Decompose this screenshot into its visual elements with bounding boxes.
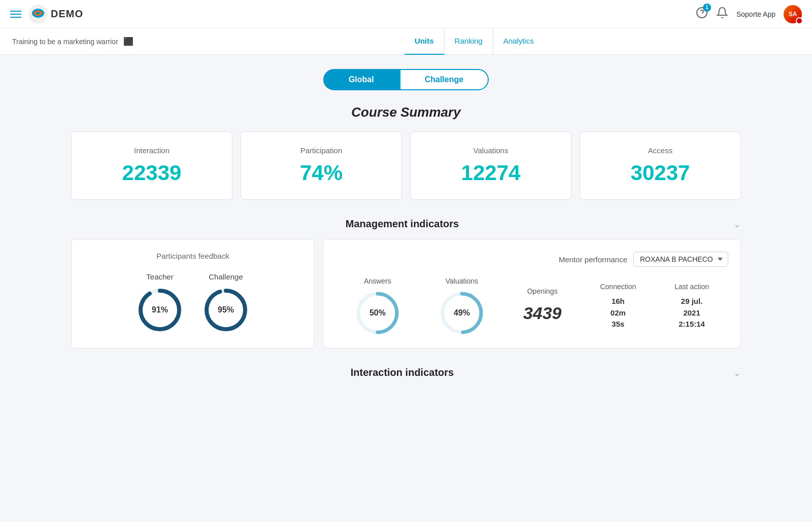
- openings-stat: Openings 3439: [523, 287, 562, 326]
- header-left: DEMO: [10, 5, 83, 24]
- access-card: Access 30237: [580, 131, 741, 200]
- mentor-valuations-label: Valuations: [446, 277, 478, 285]
- mentor-select[interactable]: ROXANA B PACHECO: [633, 252, 728, 267]
- hamburger-menu[interactable]: [10, 11, 21, 18]
- interaction-indicators-section: Interaction indicators ⌄: [71, 367, 741, 378]
- nav-tabs: Units Ranking Analytics: [404, 28, 544, 55]
- valuations-value: 12274: [421, 161, 561, 185]
- challenge-label: Challenge: [209, 272, 243, 281]
- challenge-circle-progress: 95%: [203, 287, 249, 333]
- logo-container: DEMO: [28, 5, 83, 24]
- tab-analytics[interactable]: Analytics: [493, 28, 544, 55]
- help-icon[interactable]: 1: [696, 7, 708, 22]
- teacher-feedback-item: Teacher 91%: [137, 272, 183, 333]
- help-badge: 1: [703, 4, 711, 12]
- mentor-stats: Answers 50% Valuations: [335, 277, 728, 336]
- header: DEMO 1 Soporte App SA: [0, 0, 812, 28]
- mentor-valuations-stat: Valuations 49%: [439, 277, 485, 336]
- avatar-status-badge: [796, 17, 803, 24]
- participation-label: Participation: [251, 146, 391, 155]
- user-name: Soporte App: [736, 10, 775, 18]
- teacher-percent-text: 91%: [152, 305, 168, 315]
- tab-units[interactable]: Units: [404, 28, 445, 55]
- tab-ranking[interactable]: Ranking: [445, 28, 493, 55]
- management-indicators-title: Management indicators: [71, 218, 733, 230]
- feedback-circles: Teacher 91% Challenge: [84, 272, 302, 333]
- mentor-header: Mentor performance ROXANA B PACHECO: [335, 252, 728, 267]
- challenge-percent-text: 95%: [218, 305, 234, 315]
- valuations-card: Valuations 12274: [410, 131, 571, 200]
- teacher-circle-progress: 91%: [137, 287, 183, 333]
- indicators-grid: Participants feedback Teacher 91% Ch: [71, 239, 741, 349]
- interaction-collapse-icon[interactable]: ⌄: [733, 367, 741, 378]
- interaction-indicators-title: Interaction indicators: [71, 367, 733, 378]
- teacher-label: Teacher: [146, 272, 173, 281]
- participants-feedback-card: Participants feedback Teacher 91% Ch: [71, 239, 315, 349]
- management-collapse-icon[interactable]: ⌄: [733, 219, 741, 230]
- last-action-stat: Last action 29 jul. 2021 2:15:14: [674, 283, 709, 330]
- challenge-toggle-button[interactable]: Challenge: [399, 69, 489, 90]
- screen-icon[interactable]: ⬛: [123, 37, 133, 46]
- breadcrumb: Training to be a marketing warrior: [12, 38, 118, 46]
- subnav: Training to be a marketing warrior ⬛ Uni…: [0, 28, 812, 55]
- valuations-label: Valuations: [421, 146, 561, 155]
- summary-cards: Interaction 22339 Participation 74% Valu…: [71, 131, 741, 200]
- openings-label: Openings: [527, 287, 558, 295]
- connection-label: Connection: [600, 283, 636, 291]
- interaction-value: 22339: [82, 161, 222, 185]
- participation-card: Participation 74%: [241, 131, 402, 200]
- valuations-value: 49%: [454, 308, 470, 318]
- global-toggle-button[interactable]: Global: [323, 69, 399, 90]
- answers-label: Answers: [364, 277, 391, 285]
- svg-point-3: [36, 12, 40, 14]
- management-indicators-header: Management indicators ⌄: [71, 218, 741, 230]
- logo-text: DEMO: [51, 8, 83, 20]
- course-summary-title: Course Summary: [71, 105, 741, 120]
- answers-stat: Answers 50%: [355, 277, 400, 336]
- last-action-label: Last action: [674, 283, 709, 291]
- access-value: 30237: [590, 161, 730, 185]
- mentor-performance-label: Mentor performance: [559, 255, 627, 264]
- header-right: 1 Soporte App SA: [696, 5, 802, 23]
- openings-value: 3439: [523, 300, 562, 326]
- participation-value: 74%: [251, 161, 391, 185]
- interaction-label: Interaction: [82, 146, 222, 155]
- notification-icon[interactable]: [716, 7, 728, 22]
- view-toggle-group: Global Challenge: [71, 69, 741, 90]
- logo-icon: [28, 5, 48, 24]
- access-label: Access: [590, 146, 730, 155]
- last-action-value: 29 jul. 2021 2:15:14: [679, 296, 705, 330]
- main-content: Global Challenge Course Summary Interact…: [51, 55, 761, 393]
- participants-feedback-title: Participants feedback: [84, 252, 302, 260]
- challenge-feedback-item: Challenge 95%: [203, 272, 249, 333]
- mentor-performance-card: Mentor performance ROXANA B PACHECO Answ…: [323, 239, 741, 349]
- connection-stat: Connection 16h 02m 35s: [600, 283, 636, 330]
- answers-circle: 50%: [355, 290, 400, 336]
- answers-value: 50%: [369, 308, 386, 318]
- valuations-circle: 49%: [439, 290, 485, 336]
- avatar[interactable]: SA: [784, 5, 802, 23]
- interaction-card: Interaction 22339: [71, 131, 232, 200]
- connection-value: 16h 02m 35s: [611, 296, 626, 330]
